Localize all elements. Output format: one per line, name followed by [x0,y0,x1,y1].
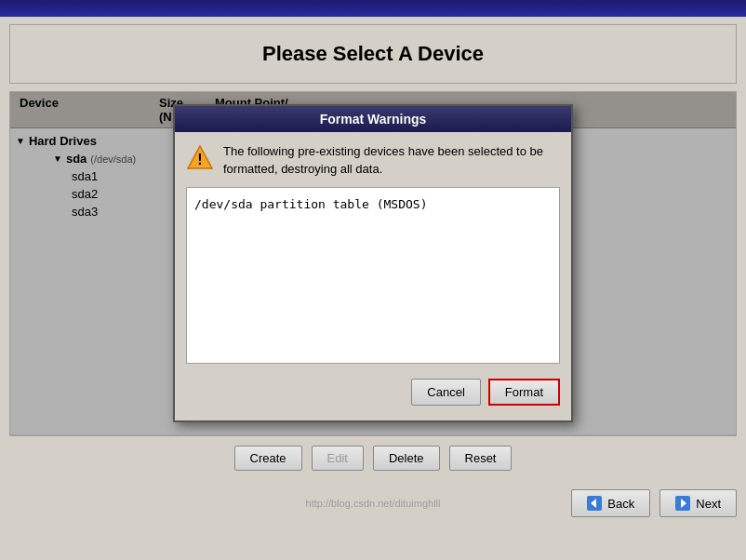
warning-icon: ! [186,143,214,171]
modal-title: Format Warnings [320,112,427,127]
page-title: Please Select A Device [262,42,484,65]
next-icon [675,496,690,511]
cancel-button[interactable]: Cancel [411,379,480,406]
bottom-toolbar: Create Edit Delete Reset [9,435,737,480]
next-label: Next [696,497,721,511]
modal-list: /dev/sda partition table (MSDOS) [186,187,560,364]
watermark: http://blog.csdn.net/dituimghlll [306,498,441,509]
modal-overlay: Format Warnings ! The following pre-exis… [10,92,736,434]
edit-button[interactable]: Edit [312,446,364,471]
back-button[interactable]: Back [571,489,650,517]
modal-body: ! The following pre-existing devices hav… [175,132,571,420]
modal-warning-row: ! The following pre-existing devices hav… [186,143,560,177]
modal-titlebar: Format Warnings [175,106,571,132]
reset-button[interactable]: Reset [449,446,513,471]
delete-button[interactable]: Delete [373,446,440,471]
svg-text:!: ! [197,152,202,167]
create-button[interactable]: Create [234,446,302,471]
top-bar [0,0,746,17]
nav-bar: http://blog.csdn.net/dituimghlll Back Ne… [0,480,746,527]
format-warnings-dialog: Format Warnings ! The following pre-exis… [173,104,573,421]
back-label: Back [607,497,634,511]
list-item-desc: partition table (MSDOS) [260,197,427,211]
content-area: Device Size(N Mount Point/ ▼ Hard Drives… [9,91,737,435]
list-item-device: /dev/sda [194,197,253,211]
list-item: /dev/sda partition table (MSDOS) [194,195,552,213]
modal-buttons: Cancel Format [186,375,560,409]
next-button[interactable]: Next [659,489,737,517]
format-button[interactable]: Format [488,379,560,406]
title-area: Please Select A Device [9,24,737,84]
back-icon [587,496,602,511]
modal-warning-text: The following pre-existing devices have … [223,143,560,177]
